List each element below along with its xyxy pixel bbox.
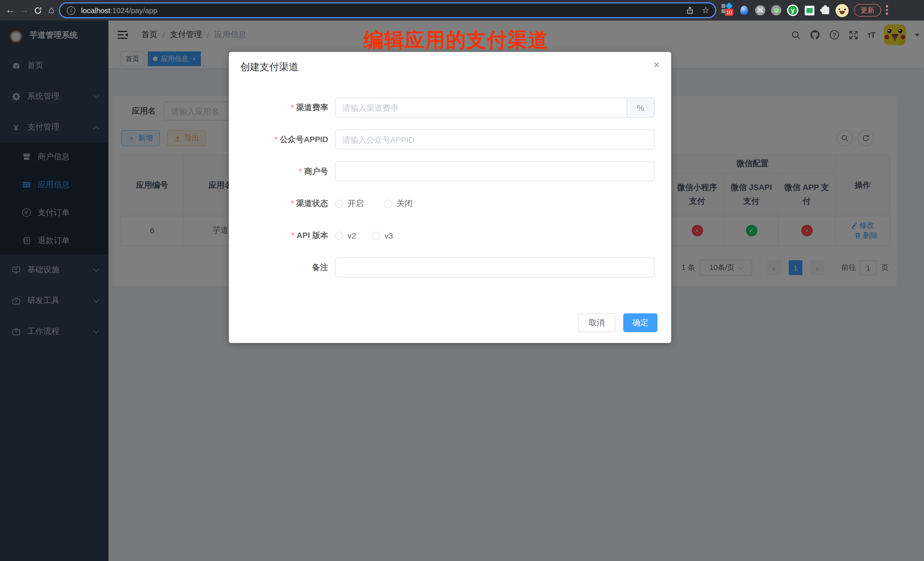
radio-api-v3[interactable]: v3 bbox=[372, 231, 393, 240]
merchant-id-input[interactable] bbox=[336, 162, 654, 181]
appid-input[interactable] bbox=[336, 130, 654, 149]
form-row-merchant-id: *商户号 bbox=[229, 162, 671, 182]
merchant-id-label: 商户号 bbox=[304, 166, 328, 176]
annotation-text: 编辑应用的支付渠道 bbox=[363, 27, 549, 54]
bookmark-star-icon[interactable]: ☆ bbox=[702, 5, 710, 15]
reload-icon bbox=[33, 6, 42, 15]
browser-home-button[interactable]: ⌂ bbox=[45, 0, 58, 21]
form-row-fee-rate: *渠道费率 % bbox=[229, 98, 671, 118]
remark-label: 备注 bbox=[312, 262, 328, 272]
form-row-remark: 备注 bbox=[229, 257, 671, 278]
channel-status-label: 渠道状态 bbox=[296, 199, 328, 208]
radio-circle-icon bbox=[372, 231, 380, 239]
extension-balloon-icon[interactable] bbox=[738, 0, 750, 21]
extensions-puzzle-icon[interactable] bbox=[819, 0, 831, 21]
radio-status-open[interactable]: 开启 bbox=[335, 198, 363, 208]
percent-suffix: % bbox=[627, 98, 654, 117]
radio-circle-icon bbox=[384, 200, 392, 207]
extension-command-icon[interactable]: ⌘ bbox=[754, 0, 766, 21]
browser-reload-button[interactable] bbox=[31, 0, 45, 21]
dialog-title: 创建支付渠道 bbox=[229, 52, 671, 74]
create-pay-channel-dialog: 创建支付渠道 × *渠道费率 % *公众号APPID *商户号 bbox=[229, 52, 671, 343]
dialog-close-icon[interactable]: × bbox=[654, 59, 660, 70]
browser-chrome: ← → ⌂ i localhost:1024/pay/app ☆ 10 ⌘ y … bbox=[0, 0, 924, 21]
browser-back-button[interactable]: ← bbox=[3, 0, 17, 21]
browser-forward-button[interactable]: → bbox=[17, 0, 31, 21]
cancel-button[interactable]: 取消 bbox=[578, 314, 615, 332]
fee-rate-input[interactable] bbox=[336, 98, 627, 117]
browser-update-button[interactable]: 更新 bbox=[854, 4, 881, 16]
screen: ← → ⌂ i localhost:1024/pay/app ☆ 10 ⌘ y … bbox=[0, 0, 924, 561]
remark-input[interactable] bbox=[336, 258, 654, 277]
radio-api-v2[interactable]: v2 bbox=[335, 231, 356, 240]
appid-label: 公众号APPID bbox=[280, 135, 328, 144]
fee-rate-label: 渠道费率 bbox=[296, 103, 328, 112]
extension-y-icon[interactable]: y bbox=[786, 0, 799, 21]
confirm-button[interactable]: 确定 bbox=[623, 314, 657, 332]
form-row-channel-status: *渠道状态 开启 关闭 bbox=[229, 194, 671, 213]
browser-menu-icon[interactable] bbox=[886, 5, 888, 15]
radio-circle-icon bbox=[335, 231, 343, 239]
extension-tag-manager-icon[interactable]: 10 bbox=[722, 3, 733, 14]
api-version-label: API 版本 bbox=[297, 231, 328, 240]
extension-badge: 10 bbox=[725, 9, 734, 16]
radio-status-closed[interactable]: 关闭 bbox=[384, 198, 412, 208]
browser-profile-avatar[interactable] bbox=[834, 0, 849, 21]
radio-circle-icon bbox=[335, 200, 343, 207]
site-info-icon[interactable]: i bbox=[67, 6, 75, 15]
extension-chat-icon[interactable] bbox=[804, 0, 815, 21]
form-row-api-version: *API 版本 v2 v3 bbox=[229, 225, 671, 245]
url-text[interactable]: localhost:1024/pay/app bbox=[81, 6, 157, 15]
address-bar[interactable]: i localhost:1024/pay/app ☆ bbox=[59, 2, 716, 18]
form-row-appid: *公众号APPID bbox=[229, 129, 671, 150]
extension-recorder-icon[interactable] bbox=[771, 0, 782, 21]
share-icon[interactable] bbox=[686, 6, 694, 15]
